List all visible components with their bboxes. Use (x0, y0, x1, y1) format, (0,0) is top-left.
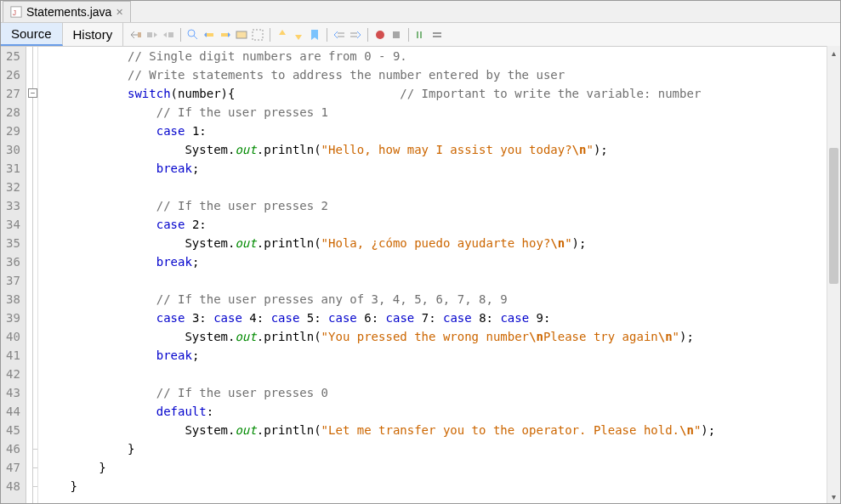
toolbar-separator (408, 28, 409, 42)
uncomment-icon[interactable] (430, 28, 444, 42)
file-tab[interactable]: J Statements.java ✕ (3, 1, 131, 22)
comment-icon[interactable] (414, 28, 428, 42)
code-line[interactable] (42, 178, 715, 196)
find-next-icon[interactable] (219, 28, 232, 42)
code-line[interactable]: System.out.println("Hello, how may I ass… (42, 140, 715, 159)
line-number: 30 (6, 140, 20, 159)
find-previous-icon[interactable] (202, 28, 216, 42)
code-line[interactable]: } (42, 458, 715, 477)
line-number: 40 (6, 327, 20, 346)
code-line[interactable]: case 2: (42, 215, 715, 234)
line-number: 27 (6, 84, 20, 103)
code-line[interactable]: System.out.println("Let me transfer you … (42, 421, 715, 439)
line-number-gutter: 2526272829303132333435363738394041424344… (1, 47, 26, 503)
line-number: 41 (6, 346, 20, 365)
shift-right-icon[interactable] (349, 28, 362, 42)
line-number: 39 (6, 309, 20, 327)
fold-gutter[interactable]: − (26, 47, 38, 503)
line-number: 48 (6, 477, 20, 496)
line-number: 37 (6, 271, 20, 290)
code-line[interactable]: case 3: case 4: case 5: case 6: case 7: … (42, 309, 715, 327)
code-line[interactable]: // Write statements to address the numbe… (42, 65, 715, 84)
toggle-highlight-icon[interactable] (235, 28, 248, 42)
code-line[interactable]: System.out.println("You pressed the wron… (42, 327, 715, 346)
toolbar-separator (367, 28, 368, 42)
svg-rect-8 (236, 31, 247, 38)
code-line[interactable]: break; (42, 252, 715, 271)
start-macro-icon[interactable] (373, 28, 387, 42)
code-line[interactable]: // Single digit numbers are from 0 - 9. (42, 47, 715, 65)
code-line[interactable] (42, 365, 715, 383)
line-number: 34 (6, 215, 20, 234)
line-number: 44 (6, 402, 20, 421)
line-number: 46 (6, 439, 20, 458)
toolbar-separator (180, 28, 181, 42)
last-edit-icon[interactable] (129, 28, 143, 42)
next-bookmark-icon[interactable] (292, 28, 305, 42)
code-line[interactable]: // If the user presses any of 3, 4, 5, 6… (42, 290, 715, 309)
toolbar-separator (327, 28, 327, 42)
line-number: 43 (6, 383, 20, 402)
line-number: 32 (6, 178, 20, 196)
toggle-rect-select-icon[interactable] (251, 28, 264, 42)
forward-icon[interactable] (162, 28, 175, 42)
tab-source[interactable]: Source (1, 23, 63, 46)
code-line[interactable]: } (42, 439, 715, 458)
svg-point-11 (376, 31, 384, 39)
line-number: 25 (6, 47, 20, 65)
code-line[interactable]: // If the user presses 2 (42, 196, 715, 215)
line-number: 42 (6, 365, 20, 383)
code-line[interactable]: // If the user presses 0 (42, 383, 715, 402)
code-line[interactable] (42, 271, 715, 290)
java-file-icon: J (10, 6, 22, 18)
svg-rect-10 (253, 30, 263, 40)
view-tab-row: Source History (1, 23, 840, 47)
svg-rect-12 (393, 31, 400, 38)
line-number: 36 (6, 252, 20, 271)
line-number: 26 (6, 65, 20, 84)
line-number: 47 (6, 458, 20, 477)
line-number: 35 (6, 234, 20, 252)
find-selection-icon[interactable] (186, 28, 200, 42)
line-number: 33 (6, 196, 20, 215)
vertical-scrollbar[interactable]: ▴ ▾ (827, 46, 840, 503)
toggle-bookmark-icon[interactable] (308, 28, 321, 42)
fold-toggle-icon[interactable]: − (28, 88, 37, 98)
shift-left-icon[interactable] (332, 28, 346, 42)
code-line[interactable]: default: (42, 402, 715, 421)
code-line[interactable]: switch(number){ // Important to write th… (42, 84, 715, 103)
code-editor[interactable]: 2526272829303132333435363738394041424344… (1, 47, 840, 503)
svg-rect-2 (138, 32, 141, 37)
code-line[interactable]: break; (42, 159, 715, 178)
file-tab-bar: J Statements.java ✕ (1, 1, 840, 23)
code-area[interactable]: // Single digit numbers are from 0 - 9. … (38, 47, 715, 503)
svg-point-5 (188, 30, 195, 37)
file-tab-label: Statements.java (26, 5, 111, 19)
line-number: 31 (6, 159, 20, 178)
previous-bookmark-icon[interactable] (276, 28, 289, 42)
code-line[interactable]: case 1: (42, 122, 715, 140)
line-number: 29 (6, 122, 20, 140)
line-number: 38 (6, 290, 20, 309)
line-number: 28 (6, 103, 20, 122)
line-number: 45 (6, 421, 20, 439)
scroll-down-icon[interactable]: ▾ (827, 490, 840, 503)
code-line[interactable]: // If the user presses 1 (42, 103, 715, 122)
code-line[interactable]: } (42, 477, 715, 496)
svg-text:J: J (13, 8, 16, 17)
toolbar-separator (270, 28, 270, 42)
editor-toolbar (123, 23, 450, 46)
code-line[interactable]: System.out.println("Hola, ¿cómo puedo ay… (42, 234, 715, 252)
back-icon[interactable] (145, 28, 159, 42)
code-line[interactable]: break; (42, 346, 715, 365)
scroll-up-icon[interactable]: ▴ (827, 46, 840, 59)
svg-rect-3 (147, 32, 152, 37)
close-icon[interactable]: ✕ (116, 7, 123, 18)
tab-history[interactable]: History (63, 23, 124, 46)
scrollbar-thumb[interactable] (829, 148, 838, 284)
stop-macro-icon[interactable] (389, 28, 403, 42)
svg-rect-4 (168, 32, 173, 37)
